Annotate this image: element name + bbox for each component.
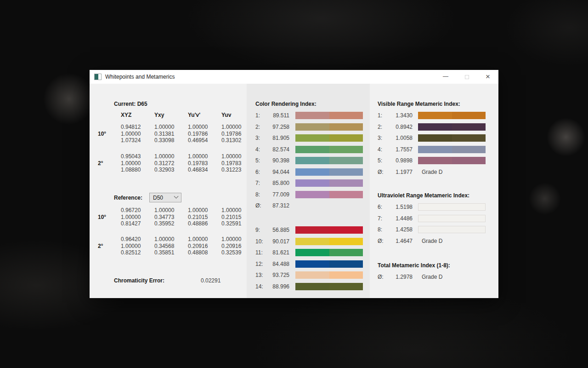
current-10deg-xyz: 0.94812 1.00000 1.07324: [121, 124, 141, 144]
swatch-reference-half: [295, 249, 329, 256]
mi-average-label: Ø:: [378, 169, 389, 175]
color-swatch: [295, 157, 363, 164]
reference-10deg-yuv-prime: 1.00000 0.21015 0.48886: [188, 207, 208, 227]
cri-row: 5: 90.398: [247, 155, 370, 167]
close-button[interactable]: ×: [477, 70, 498, 84]
cri-row: 12: 84.488: [247, 259, 370, 270]
swatch-reference-half: [295, 283, 329, 290]
swatch-current-half: [329, 271, 363, 279]
reference-2deg-yxy: 1.00000 0.34568 0.35851: [154, 236, 174, 256]
visible-mi-row: 5: 0.9898: [370, 155, 498, 167]
color-swatch: [418, 146, 486, 153]
uv-mi-row: 7: 1.4486: [370, 213, 498, 224]
cri-row-value: 81.905: [266, 135, 289, 141]
color-swatch: [295, 260, 363, 268]
reference-2deg-xyz: 0.96420 1.00000 0.82512: [121, 236, 141, 256]
maximize-button[interactable]: [456, 70, 477, 84]
cri-row-value: 90.017: [266, 238, 289, 245]
mi-grade-label: Grade D: [422, 169, 442, 175]
visible-mi-row: 1: 1.3430: [370, 110, 498, 121]
column-header-yuv-prime: Yu'v': [188, 112, 200, 118]
visible-mi-row: 4: 1.7557: [370, 144, 498, 155]
swatch-current-half: [329, 283, 363, 290]
cri-row-label: 14:: [255, 283, 266, 290]
cri-average-label: Ø:: [255, 202, 266, 209]
swatch-current-half: [452, 123, 486, 131]
cri-row-value: 88.996: [266, 283, 289, 290]
color-swatch: [418, 112, 486, 119]
color-swatch: [295, 112, 363, 119]
reference-label: Reference:: [114, 195, 142, 201]
swatch-reference-half: [295, 226, 329, 234]
swatch-reference-half: [295, 238, 329, 245]
angle-2-label: 2°: [98, 236, 103, 256]
swatch-reference-half: [418, 112, 452, 119]
column-header-row: XYZ Yxy Yu'v' Yuv: [90, 112, 247, 119]
cri-row-label: 1:: [255, 112, 266, 119]
mi-row-value: 1.3430: [389, 112, 413, 119]
color-swatch: [295, 283, 363, 290]
titlebar[interactable]: Whitepoints and Metamerics — ×: [90, 70, 498, 84]
cri-row-label: 8:: [255, 191, 266, 198]
uv-mi-title: Ultraviolet Range Metameric Index:: [370, 178, 498, 200]
uv-color-swatch: [418, 226, 486, 233]
uv-color-swatch: [418, 215, 486, 222]
reference-dropdown[interactable]: D50: [149, 193, 181, 202]
reference-2deg-yuv-prime: 1.00000 0.20916 0.48808: [188, 236, 208, 256]
mi-row-label: 2:: [378, 124, 389, 130]
minimize-button[interactable]: —: [435, 70, 456, 84]
mi-grade-label: Grade D: [422, 274, 442, 280]
cri-row-value: 56.885: [266, 227, 289, 233]
app-window: Whitepoints and Metamerics — × Current: …: [90, 70, 498, 298]
mi-grade-label: Grade D: [422, 238, 442, 244]
swatch-reference-half: [418, 146, 452, 153]
mi-average-label: Ø:: [378, 238, 389, 244]
visible-mi-title: Visible Range Metameric Index:: [370, 84, 498, 108]
color-rendering-index-panel: Color Rendering Index: 1: 89.511 2: 97.2…: [247, 84, 370, 298]
color-swatch: [295, 123, 363, 131]
mi-average-value: 1.1977: [389, 169, 413, 175]
visible-mi-rows: 1: 1.3430 2: 0.8942 3: 1.0058 4: 1.7557: [370, 110, 498, 178]
window-content: Current: D65 XYZ Yxy Yu'v' Yuv 10° 0.948…: [90, 84, 498, 298]
color-swatch: [295, 249, 363, 256]
swatch-current-half: [329, 134, 363, 142]
swatch-current-half: [329, 157, 363, 164]
cri-rows-9-14: 9: 56.885 10: 90.017 11: 81.621 12: 84.4…: [247, 224, 370, 292]
color-swatch: [295, 134, 363, 142]
cri-row: 6: 94.044: [247, 167, 370, 178]
mi-row-label: 3:: [378, 135, 389, 141]
color-swatch: [295, 226, 363, 234]
visible-mi-average-row: Ø: 1.1977 Grade D: [370, 167, 498, 178]
cri-row-value: 84.488: [266, 261, 289, 267]
color-swatch: [295, 146, 363, 153]
mi-row-value: 1.0058: [389, 135, 413, 141]
mi-row-value: 0.9898: [389, 157, 413, 164]
cri-row: 10: 90.017: [247, 236, 370, 247]
swatch-reference-half: [295, 168, 329, 176]
column-header-yuv: Yuv: [221, 112, 231, 118]
mi-row-label: 8:: [378, 226, 389, 233]
cri-row: 8: 77.009: [247, 189, 370, 201]
mi-average-label: Ø:: [378, 274, 389, 280]
cri-row: 14: 88.996: [247, 281, 370, 293]
color-swatch: [295, 179, 363, 187]
cri-row-label: 11:: [255, 249, 266, 256]
swatch-reference-half: [295, 157, 329, 164]
column-header-xyz: XYZ: [121, 112, 131, 118]
mi-row-label: 6:: [378, 204, 389, 210]
chromaticity-error-value: 0.02291: [201, 277, 220, 284]
color-swatch: [418, 123, 486, 131]
cri-row-value: 89.511: [266, 112, 289, 119]
reference-10deg-xyz: 0.96720 1.00000 0.81427: [121, 207, 141, 227]
mi-row-label: 5:: [378, 157, 389, 164]
mi-row-value: 1.7557: [389, 146, 413, 153]
chromaticity-error-label: Chromaticity Error:: [114, 277, 164, 284]
reference-selected-value: D50: [153, 195, 163, 201]
mi-average-value: 1.4647: [389, 238, 413, 244]
swatch-reference-half: [295, 146, 329, 153]
swatch-current-half: [329, 123, 363, 131]
window-controls: — ×: [435, 70, 498, 84]
swatch-current-half: [329, 191, 363, 198]
swatch-current-half: [329, 226, 363, 234]
uv-mi-rows: 6: 1.5198 7: 1.4486 8: 1.4258 Ø: 1.4647: [370, 201, 498, 247]
